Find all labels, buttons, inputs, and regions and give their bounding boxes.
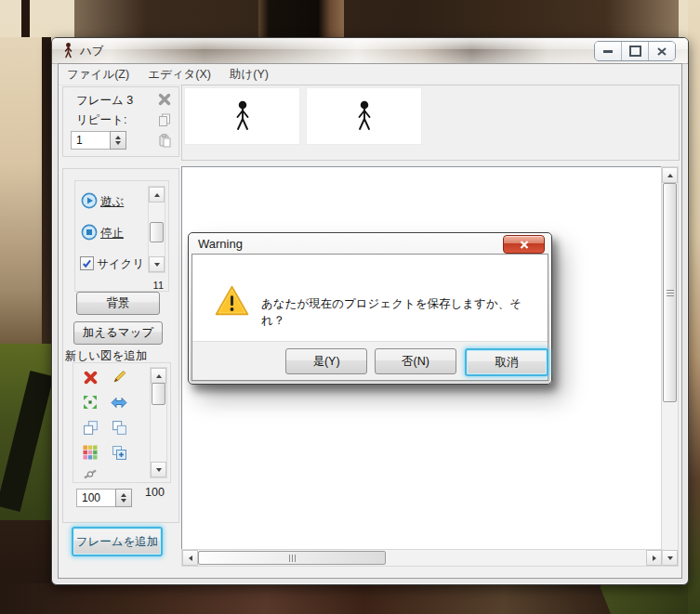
menu-bar: ファイル(Z) エディタ(X) 助け(Y) <box>59 64 681 85</box>
room-floor <box>0 583 700 614</box>
canvas-horizontal-scrollbar[interactable] <box>181 549 663 567</box>
arrow-down-icon <box>156 468 162 472</box>
canvas-vertical-scrollbar[interactable] <box>661 166 679 567</box>
horizontal-scroll-thumb[interactable] <box>198 551 386 565</box>
cycle-checkbox[interactable] <box>80 256 94 270</box>
play-link[interactable]: 遊ぶ <box>100 194 124 210</box>
minimize-button[interactable] <box>595 42 621 60</box>
close-button[interactable] <box>648 42 675 60</box>
flip-figure-icon[interactable] <box>111 394 127 411</box>
play-icon[interactable] <box>81 192 98 209</box>
background-button[interactable]: 背景 <box>76 292 160 315</box>
arrow-down-icon <box>154 263 160 267</box>
join-figures-icon[interactable] <box>82 394 99 411</box>
dialog-body: あなたが現在のプロジェクトを保存しますか、それ？ 是(Y) 否(N) 取消 <box>192 254 548 381</box>
app-stickfigure-icon <box>62 43 74 62</box>
stop-link[interactable]: 停止 <box>100 226 124 242</box>
window-controls <box>594 41 676 61</box>
cycle-label: サイクリ <box>97 256 147 272</box>
stickfigure-thumbnail-icon <box>355 99 374 133</box>
scroll-down-button[interactable] <box>151 462 166 477</box>
cancel-button[interactable]: 取消 <box>465 348 548 376</box>
figure-tools-group <box>73 362 171 483</box>
scroll-up-button[interactable] <box>151 368 166 384</box>
speed-value: 11 <box>153 280 164 291</box>
spin-down-icon <box>115 141 121 145</box>
paste-frame-icon[interactable] <box>156 132 173 149</box>
menu-editor[interactable]: エディタ(X) <box>148 67 211 83</box>
frame-number-label: フレーム 3 <box>76 93 133 109</box>
window-title: ハブ <box>80 44 104 59</box>
slider-thumb[interactable] <box>150 222 164 242</box>
dialog-title: Warning <box>198 237 243 251</box>
close-icon <box>520 241 529 249</box>
duplicate-figure-icon[interactable] <box>111 444 127 461</box>
joint-tool-icon[interactable] <box>82 465 99 482</box>
screen: ハブ ファイル(Z) エディタ(X) 助け(Y) フレーム 3 リピート: <box>0 0 700 614</box>
dialog-message: あなたが現在のプロジェクトを保存しますか、それ？ <box>261 295 540 329</box>
room-beam <box>42 37 51 344</box>
minimize-icon <box>603 50 613 53</box>
warning-dialog: Warning あなたが現在のプロジェクトを保存しますか、それ？ 是(Y) 否(… <box>188 232 552 385</box>
scale-readout: 100 <box>145 486 165 499</box>
bring-to-front-icon[interactable] <box>82 419 99 436</box>
room-right-panel <box>688 0 700 614</box>
slider-down-button[interactable] <box>149 256 165 272</box>
arrow-up-icon <box>154 193 160 197</box>
delete-figure-icon[interactable] <box>82 369 99 385</box>
scale-spinner <box>76 489 132 507</box>
arrow-left-icon <box>189 555 192 561</box>
close-icon <box>657 47 667 56</box>
scroll-up-button[interactable] <box>662 167 678 183</box>
arrow-up-icon <box>667 174 673 177</box>
maximize-button[interactable] <box>621 42 648 60</box>
dialog-footer: 是(Y) 否(N) 取消 <box>192 341 548 380</box>
figure-scrollbar[interactable] <box>150 367 167 478</box>
scroll-right-button[interactable] <box>646 550 662 566</box>
repeat-spinner <box>71 131 126 150</box>
frame-thumbnail-2[interactable] <box>306 87 422 145</box>
repeat-input[interactable] <box>71 131 110 150</box>
spin-up-icon <box>115 136 121 139</box>
delete-frame-icon[interactable] <box>156 91 173 108</box>
checkmark-icon <box>82 259 92 268</box>
repeat-label: リピート: <box>76 112 126 128</box>
scale-spin-buttons[interactable] <box>115 489 132 507</box>
arrow-down-icon <box>667 556 673 560</box>
room-wall <box>74 0 679 41</box>
no-button[interactable]: 否(N) <box>375 348 456 374</box>
dialog-close-button[interactable] <box>503 235 545 254</box>
playback-group: 遊ぶ 停止 サイクリ 11 <box>74 180 169 292</box>
frame-thumbnail-1[interactable] <box>184 87 300 145</box>
spin-down-icon <box>121 499 126 503</box>
scroll-thumb[interactable] <box>152 383 165 405</box>
yes-button[interactable]: 是(Y) <box>285 348 367 374</box>
frame-controls-group: フレーム 3 リピート: <box>62 86 179 157</box>
vertical-scroll-thumb[interactable] <box>663 183 677 402</box>
frames-strip <box>181 85 680 161</box>
copy-frame-icon[interactable] <box>156 111 173 128</box>
add-map-button[interactable]: 加えるマップ <box>73 321 163 345</box>
send-to-back-icon[interactable] <box>111 419 127 436</box>
thumb-grip <box>667 290 674 296</box>
repeat-spin-buttons[interactable] <box>110 131 126 150</box>
speed-slider[interactable] <box>148 186 165 273</box>
arrow-up-icon <box>156 374 162 378</box>
stickfigure-thumbnail-icon <box>233 99 252 133</box>
menu-help[interactable]: 助け(Y) <box>230 67 269 83</box>
add-frame-button[interactable]: フレームを追加 <box>72 527 163 556</box>
scale-input[interactable] <box>76 489 115 507</box>
thumb-grip <box>289 555 296 562</box>
warning-icon <box>215 285 249 320</box>
spin-up-icon <box>121 493 126 497</box>
edit-figure-icon[interactable] <box>111 369 127 385</box>
scroll-down-button[interactable] <box>662 550 678 566</box>
maximize-icon <box>629 46 641 57</box>
menu-file[interactable]: ファイル(Z) <box>67 67 129 83</box>
tools-panel: 遊ぶ 停止 サイクリ 11 <box>62 168 179 523</box>
color-palette-icon[interactable] <box>82 444 99 461</box>
title-bar[interactable]: ハブ <box>52 38 688 64</box>
scroll-left-button[interactable] <box>182 550 198 566</box>
slider-up-button[interactable] <box>149 187 165 202</box>
stop-icon[interactable] <box>81 224 98 241</box>
